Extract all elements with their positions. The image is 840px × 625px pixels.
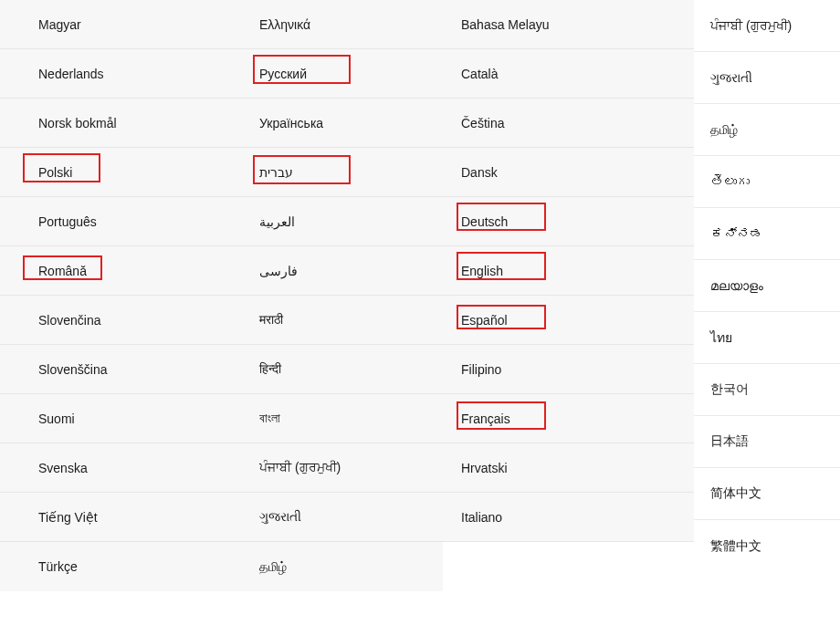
language-option[interactable]: Bahasa Melayu [443, 0, 694, 49]
language-option[interactable]: Čeština [443, 99, 694, 148]
language-option[interactable]: فارسی [247, 246, 443, 296]
language-option[interactable]: ગુજરાતી [247, 493, 443, 542]
language-option[interactable]: Norsk bokmål [0, 99, 247, 148]
language-option-empty [443, 542, 694, 591]
language-grid: Magyar Nederlands Norsk bokmål Polski Po… [0, 0, 840, 591]
language-option[interactable]: Français [443, 394, 694, 443]
language-option[interactable]: العربية [247, 197, 443, 246]
language-option[interactable]: தமிழ் [247, 542, 443, 591]
language-option[interactable]: Tiếng Việt [0, 493, 247, 542]
language-option[interactable]: ಕನ್ನಡ [694, 208, 840, 260]
language-column-1: Magyar Nederlands Norsk bokmål Polski Po… [0, 0, 247, 591]
language-option[interactable]: Українська [247, 99, 443, 148]
language-option[interactable]: Magyar [0, 0, 247, 49]
language-option[interactable]: മലയാളം [694, 260, 840, 312]
language-column-2: Ελληνικά Русский Українська עברית العربي… [247, 0, 443, 591]
language-option[interactable]: English [443, 246, 694, 296]
language-option[interactable]: Hrvatski [443, 443, 694, 493]
language-option[interactable]: தமிழ் [694, 104, 840, 156]
language-option[interactable]: Português [0, 197, 247, 246]
language-option[interactable]: Filipino [443, 345, 694, 394]
language-option[interactable]: Català [443, 49, 694, 99]
language-option[interactable]: ਪੰਜਾਬੀ (ਗੁਰਮੁਖੀ) [694, 0, 840, 52]
language-column-4: ਪੰਜਾਬੀ (ਗੁਰਮੁਖੀ) ગુજરાતી தமிழ் తెలుగు ಕನ… [694, 0, 840, 591]
language-option[interactable]: Deutsch [443, 197, 694, 246]
language-option[interactable]: ગુજરાતી [694, 52, 840, 104]
language-option[interactable]: Español [443, 296, 694, 345]
language-option[interactable]: Slovenčina [0, 296, 247, 345]
language-option[interactable]: Русский [247, 49, 443, 99]
language-option[interactable]: 한국어 [694, 364, 840, 416]
language-option[interactable]: Slovenščina [0, 345, 247, 394]
language-option[interactable]: Ελληνικά [247, 0, 443, 49]
language-option[interactable]: हिन्दी [247, 345, 443, 394]
language-option[interactable]: Svenska [0, 443, 247, 493]
language-option[interactable]: עברית [247, 148, 443, 197]
language-option[interactable]: ਪੰਜਾਬੀ (ਗੁਰਮੁਖੀ) [247, 443, 443, 493]
language-option[interactable]: বাংলা [247, 394, 443, 443]
language-option[interactable]: Nederlands [0, 49, 247, 99]
language-column-3: Bahasa Melayu Català Čeština Dansk Deuts… [443, 0, 694, 591]
language-option[interactable]: 日本語 [694, 416, 840, 468]
language-option[interactable]: 繁體中文 [694, 520, 840, 572]
language-option[interactable]: ไทย [694, 312, 840, 364]
language-option[interactable]: 简体中文 [694, 468, 840, 520]
language-option[interactable]: Polski [0, 148, 247, 197]
language-option[interactable]: Dansk [443, 148, 694, 197]
language-option[interactable]: Suomi [0, 394, 247, 443]
language-option[interactable]: Türkçe [0, 542, 247, 591]
language-option[interactable]: Italiano [443, 493, 694, 542]
language-option[interactable]: తెలుగు [694, 156, 840, 208]
language-option[interactable]: मराठी [247, 296, 443, 345]
language-option[interactable]: Română [0, 246, 247, 296]
